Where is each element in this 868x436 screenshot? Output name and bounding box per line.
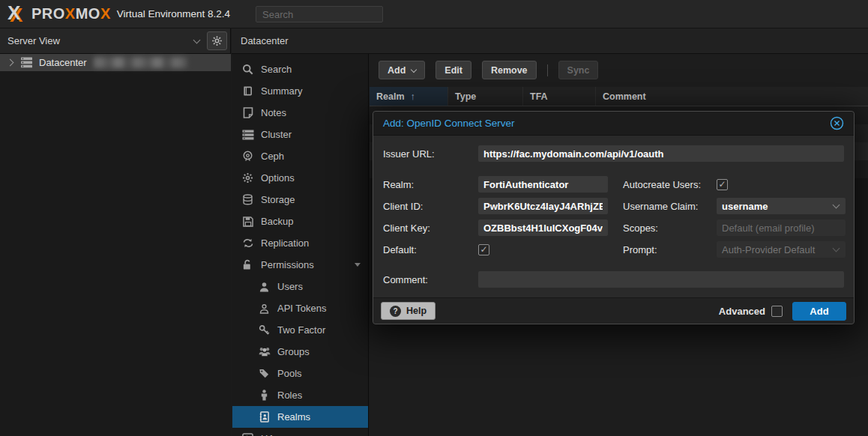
nav-item-api-tokens[interactable]: API Tokens	[232, 297, 368, 319]
nav-item-realms[interactable]: Realms	[232, 406, 368, 428]
person-icon	[258, 390, 271, 401]
chevron-down-icon[interactable]	[193, 36, 201, 43]
remove-button[interactable]: Remove	[482, 61, 537, 79]
dialog-add-button[interactable]: Add	[792, 302, 846, 321]
scopes-input[interactable]	[717, 219, 846, 236]
storage-icon	[241, 194, 254, 205]
nav-item-options[interactable]: Options	[232, 167, 368, 189]
page-title: Datacenter	[241, 35, 289, 46]
issuer-url-row: Issuer URL:	[383, 145, 844, 162]
key-icon	[258, 324, 271, 336]
nav-item-permissions[interactable]: Permissions	[232, 254, 368, 276]
dialog-body: Issuer URL: Realm: Autocreate Users: ✓ C…	[373, 136, 854, 297]
nav-item-notes[interactable]: Notes	[232, 102, 368, 124]
global-search-input[interactable]	[256, 6, 383, 22]
autocreate-users-label: Autocreate Users:	[623, 179, 717, 190]
chevron-down-icon	[833, 245, 840, 252]
realm-label: Realm:	[383, 179, 478, 190]
floppy-disk-icon	[241, 217, 254, 227]
add-openid-dialog: Add: OpenID Connect Server Issuer URL: R…	[373, 111, 855, 324]
address-book-icon	[258, 411, 271, 423]
content-header-bar: Datacenter	[232, 28, 868, 54]
nav-item-cluster[interactable]: Cluster	[232, 124, 368, 145]
collapse-caret-icon[interactable]	[355, 263, 361, 267]
nav-item-replication[interactable]: Replication	[232, 232, 368, 254]
datacenter-icon	[20, 57, 33, 68]
sort-ascending-icon: ↑	[411, 91, 415, 102]
product-version-label: Virtual Environment 8.2.4	[117, 8, 230, 19]
advanced-group: Advanced Add	[719, 302, 846, 321]
prompt-select[interactable]: Auth-Provider Default	[717, 241, 846, 258]
nav-item-ceph[interactable]: Ceph	[232, 145, 368, 167]
gear-icon	[211, 35, 223, 46]
username-claim-select[interactable]: username	[717, 198, 846, 214]
note-icon	[241, 107, 254, 118]
add-dropdown-button[interactable]: Add	[379, 61, 425, 79]
search-icon	[241, 64, 254, 75]
user-icon	[258, 282, 271, 292]
issuer-url-label: Issuer URL:	[383, 148, 478, 160]
view-selector-bar: Server View	[0, 28, 231, 54]
default-prompt-row: Default: ✓ Prompt: Auth-Provider Default	[383, 241, 844, 258]
ceph-icon	[241, 151, 254, 162]
column-header-comment[interactable]: Comment	[596, 87, 868, 106]
nav-item-search[interactable]: Search	[232, 58, 368, 80]
nav-item-users[interactable]: Users	[232, 276, 368, 297]
help-button[interactable]: ? Help	[381, 302, 435, 320]
close-icon[interactable]	[830, 116, 844, 130]
comment-row: Comment:	[383, 271, 844, 288]
server-view-dropdown[interactable]: Server View	[7, 35, 194, 46]
issuer-url-input[interactable]	[478, 145, 844, 162]
default-checkbox[interactable]: ✓	[478, 244, 489, 255]
client-key-label: Client Key:	[383, 222, 478, 234]
advanced-checkbox[interactable]	[771, 306, 783, 317]
username-claim-label: Username Claim:	[623, 201, 717, 212]
nav-item-ha[interactable]: HA	[232, 428, 368, 436]
nav-item-summary[interactable]: Summary	[232, 80, 368, 102]
users-group-icon	[258, 347, 271, 357]
check-icon: ✓	[480, 245, 487, 254]
resource-tree: Datacenter	[0, 54, 231, 436]
redacted-node-name	[94, 57, 187, 68]
nav-item-pools[interactable]: Pools	[232, 363, 368, 384]
expand-caret-icon[interactable]	[7, 59, 14, 67]
ha-icon	[241, 433, 254, 436]
dialog-footer: ? Help Advanced Add	[373, 297, 854, 324]
logo-x-gray: X	[7, 1, 20, 24]
dialog-title-bar[interactable]: Add: OpenID Connect Server	[373, 112, 854, 136]
tree-item-datacenter[interactable]: Datacenter	[0, 54, 231, 71]
options-gear-icon	[241, 172, 254, 184]
tree-settings-button[interactable]	[207, 31, 227, 50]
datacenter-nav-menu: Search Summary Notes Cluster Ceph Option…	[232, 54, 369, 436]
advanced-label: Advanced	[719, 306, 765, 317]
toolbar-separator	[547, 64, 548, 76]
top-header-bar: X X PROXMOX Virtual Environment 8.2.4	[0, 0, 868, 28]
client-key-input[interactable]	[478, 219, 608, 236]
scopes-label: Scopes:	[623, 222, 717, 234]
realms-table-header: Realm ↑ Type TFA Comment	[370, 87, 868, 106]
nav-item-two-factor[interactable]: Two Factor	[232, 319, 368, 341]
dialog-title: Add: OpenID Connect Server	[383, 118, 830, 129]
edit-button[interactable]: Edit	[435, 61, 471, 79]
comment-label: Comment:	[383, 274, 478, 285]
client-key-scopes-row: Client Key: Scopes:	[383, 219, 844, 236]
nav-item-storage[interactable]: Storage	[232, 189, 368, 211]
client-id-label: Client ID:	[383, 201, 478, 212]
realm-input[interactable]	[478, 176, 608, 193]
autocreate-users-checkbox[interactable]: ✓	[717, 179, 728, 190]
nav-item-roles[interactable]: Roles	[232, 384, 368, 406]
column-header-type[interactable]: Type	[448, 87, 523, 106]
proxmox-logo-text: PROXMOX	[31, 5, 111, 22]
sync-button[interactable]: Sync	[558, 61, 599, 79]
unlock-icon	[241, 259, 254, 270]
realm-autocreate-row: Realm: Autocreate Users: ✓	[383, 176, 844, 193]
column-header-tfa[interactable]: TFA	[523, 87, 596, 106]
nav-item-groups[interactable]: Groups	[232, 341, 368, 363]
nav-item-backup[interactable]: Backup	[232, 211, 368, 232]
comment-input[interactable]	[478, 271, 844, 288]
proxmox-app: X X PROXMOX Virtual Environment 8.2.4 Se…	[0, 0, 868, 436]
client-id-input[interactable]	[478, 198, 608, 214]
chevron-down-icon	[833, 202, 840, 209]
column-header-realm[interactable]: Realm ↑	[370, 87, 448, 106]
question-mark-icon: ?	[390, 306, 401, 317]
